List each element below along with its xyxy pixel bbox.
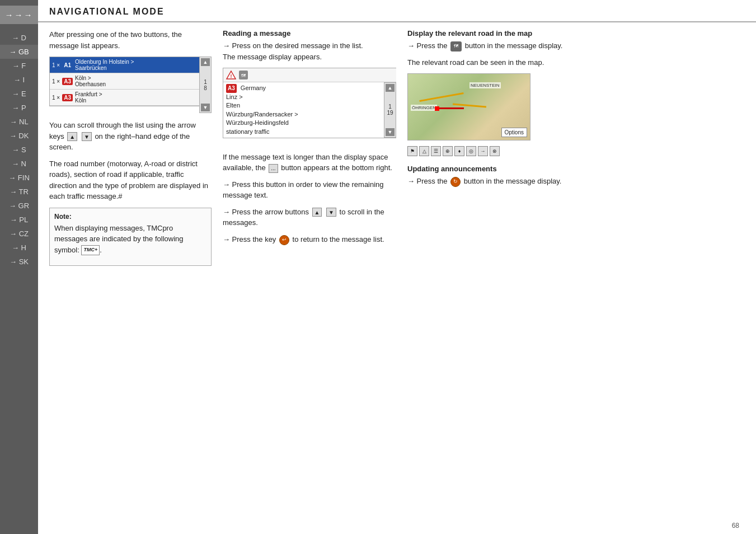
sidebar-item-nl[interactable]: → NL xyxy=(0,115,38,129)
traffic-count: 1 × xyxy=(52,95,60,101)
map-label-ohringen: ÖHRINGEN xyxy=(411,105,437,111)
updating-step: Press the ↻ button in the message displa… xyxy=(407,176,745,187)
arrow-icon-2 xyxy=(223,208,230,216)
road-badge-a1: A1 xyxy=(62,62,73,69)
column-1: After pressing one of the two buttons, t… xyxy=(49,29,212,517)
map-incident-dot xyxy=(435,106,439,111)
road-display-icon[interactable]: 🗺 xyxy=(450,41,462,51)
msg-dest3: Elten xyxy=(226,102,240,109)
msg-scroll-down-button[interactable]: ▼ xyxy=(386,128,395,136)
road-number-text: The road number (motorway, A-road or dis… xyxy=(49,158,212,202)
return-key-icon[interactable]: ↩ xyxy=(279,235,289,245)
map-tool-1[interactable]: ⚑ xyxy=(407,146,417,156)
sidebar-item-dk[interactable]: → DK xyxy=(0,129,38,143)
map-road-icon: 🗺 xyxy=(238,70,248,80)
sidebar-item-h[interactable]: → H xyxy=(0,241,38,255)
sidebar-item-s[interactable]: → S xyxy=(0,143,38,157)
map-tool-2[interactable]: △ xyxy=(419,146,429,156)
map-label-neuenstein: NEUENSTEIN xyxy=(469,82,501,88)
tmc-badge: TMC+ xyxy=(81,245,100,255)
column-2: Reading a message Press on the desired m… xyxy=(223,29,396,517)
page-footer: 68 xyxy=(38,517,756,534)
map-road-line-red xyxy=(436,107,464,109)
sidebar-item-fin[interactable]: → FIN xyxy=(0,171,38,185)
traffic-dest: Frankfurt >Köln xyxy=(75,91,197,104)
dots-button[interactable]: ... xyxy=(269,164,278,173)
arrow-icon-3 xyxy=(223,235,230,243)
sidebar-item-f[interactable]: → F xyxy=(0,59,38,73)
msg-scroll-up-button[interactable]: ▲ xyxy=(386,84,395,92)
map-road-line-1 xyxy=(419,92,463,102)
traffic-row[interactable]: 1 × A3 Köln >Oberhausen xyxy=(50,73,199,90)
bullet-1: Press this button in order to view the r… xyxy=(223,179,396,201)
sidebar-arrows-header: →→→ xyxy=(0,6,38,24)
message-display-container: ! 🗺 A3 Germany Li xyxy=(223,68,396,145)
arrow-down-btn2[interactable]: ▼ xyxy=(326,208,336,217)
scroll-down-button[interactable]: ▼ xyxy=(201,104,210,111)
message-header: ! 🗺 xyxy=(223,68,396,82)
traffic-list: 1 × A1 Oldenburg In Holstein >Saarbrücke… xyxy=(49,57,199,106)
page-header: NAVIGATIONAL MODE xyxy=(38,0,756,22)
sidebar-item-cz[interactable]: → CZ xyxy=(0,227,38,241)
arrow-up-button[interactable]: ▲ xyxy=(67,132,77,141)
road-badge-a3: A3 xyxy=(62,78,73,85)
column-3: Display the relevant road in the map Pre… xyxy=(407,29,745,517)
traffic-dest: Köln >Oberhausen xyxy=(75,75,197,87)
map-display: NEUENSTEIN ÖHRINGEN Options xyxy=(407,73,530,140)
map-tool-5[interactable]: ♦ xyxy=(454,146,464,156)
sidebar-item-p[interactable]: → P xyxy=(0,101,38,115)
msg-country: Germany xyxy=(241,85,266,91)
display-road-result: The relevant road can be seen in the map… xyxy=(407,57,745,68)
main-content: NAVIGATIONAL MODE After pressing one of … xyxy=(38,0,756,534)
svg-text:!: ! xyxy=(231,73,232,79)
sidebar-item-gr[interactable]: → GR xyxy=(0,199,38,213)
message-text: A3 Germany Linz > Elten Würzburg/Randers… xyxy=(223,82,384,138)
message-display: ! 🗺 A3 Germany Li xyxy=(223,68,396,138)
sidebar-item-i[interactable]: → I xyxy=(0,73,38,87)
map-tool-8[interactable]: ⊗ xyxy=(490,146,500,156)
sidebar-item-e[interactable]: → E xyxy=(0,87,38,101)
traffic-list-container: 1 × A1 Oldenburg In Holstein >Saarbrücke… xyxy=(49,57,212,113)
sidebar-item-sk[interactable]: → SK xyxy=(0,255,38,269)
warning-triangle-icon: ! xyxy=(226,70,236,80)
traffic-row[interactable]: 1 × A1 Oldenburg In Holstein >Saarbrücke… xyxy=(50,57,199,73)
arrow-icon-4 xyxy=(407,41,415,50)
display-road-heading: Display the relevant road in the map xyxy=(407,29,745,38)
sidebar-item-n[interactable]: → N xyxy=(0,157,38,171)
map-tool-4[interactable]: ⊕ xyxy=(443,146,453,156)
road-badge-msg: A3 xyxy=(226,84,237,93)
press-desired-message: Press on the desired message in the list… xyxy=(223,40,396,62)
sidebar: →→→ → D → GB → F → I → E → P → NL → DK →… xyxy=(0,0,38,534)
arrow-up-btn2[interactable]: ▲ xyxy=(312,208,322,217)
map-tool-6[interactable]: ◎ xyxy=(466,146,476,156)
map-options-button[interactable]: Options xyxy=(501,128,527,137)
update-icon[interactable]: ↻ xyxy=(450,177,461,187)
scroll-instructions: You can scroll through the list using th… xyxy=(49,120,212,153)
intro-text: After pressing one of the two buttons, t… xyxy=(49,29,212,51)
arrow-icon-5 xyxy=(407,177,415,185)
sidebar-item-tr[interactable]: → TR xyxy=(0,185,38,199)
reading-message-heading: Reading a message xyxy=(223,29,396,38)
map-tool-3[interactable]: ☰ xyxy=(431,146,441,156)
note-text: When displaying messages, TMCpro message… xyxy=(54,223,206,256)
arrow-icon xyxy=(223,41,230,50)
arrow-down-button[interactable]: ▼ xyxy=(82,132,92,141)
msg-scroll-col: ▲ 119 ▼ xyxy=(384,82,396,138)
bullet-2: Press the arrow buttons ▲ ▼ to scroll in… xyxy=(223,207,396,228)
road-badge-a3b: A3 xyxy=(62,94,73,101)
traffic-count: 1 × xyxy=(52,78,60,85)
map-tool-7[interactable]: → xyxy=(478,146,488,156)
sidebar-item-d[interactable]: → D xyxy=(0,31,38,45)
msg-dest4: Würzburg/Randersacker > xyxy=(226,111,298,118)
sidebar-item-gb[interactable]: → GB xyxy=(0,45,38,59)
scroll-number: 18 xyxy=(204,79,207,91)
sidebar-item-pl[interactable]: → PL xyxy=(0,213,38,227)
scroll-up-button[interactable]: ▲ xyxy=(201,58,210,66)
traffic-row[interactable]: 1 × A3 Frankfurt >Köln xyxy=(50,90,199,106)
note-title: Note: xyxy=(54,213,206,221)
msg-scroll-number: 119 xyxy=(387,104,393,116)
traffic-count: 1 × xyxy=(52,62,60,68)
bullet-3: Press the key ↩ to return to the message… xyxy=(223,234,396,245)
traffic-dest: Oldenburg In Holstein >Saarbrücken xyxy=(75,59,197,71)
map-toolbar: ⚑ △ ☰ ⊕ ♦ ◎ → ⊗ xyxy=(407,146,745,156)
